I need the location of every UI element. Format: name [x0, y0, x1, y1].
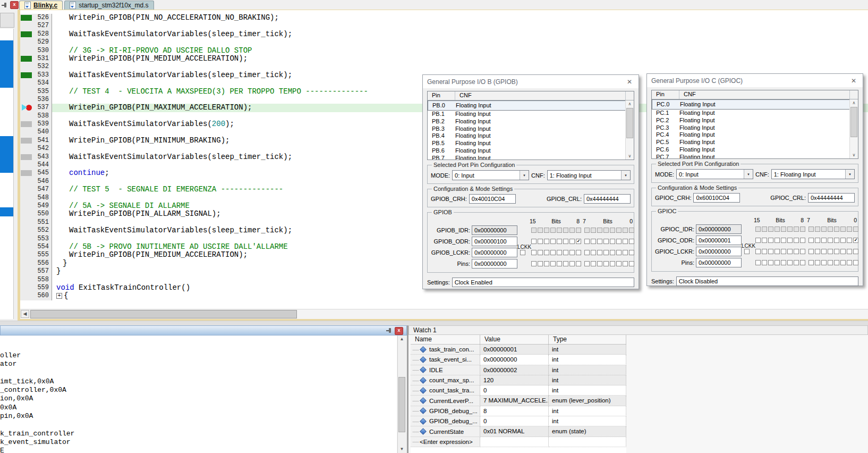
- bit-checkbox[interactable]: [762, 226, 767, 232]
- bit-checkbox[interactable]: [623, 261, 628, 266]
- breakpoint-margin[interactable]: [20, 14, 33, 22]
- bit-checkbox[interactable]: [538, 261, 543, 266]
- gpioc-register-field[interactable]: 0x00000000: [696, 224, 742, 234]
- bit-checkbox[interactable]: [815, 238, 820, 243]
- bit-checkbox[interactable]: [847, 260, 852, 265]
- bit-checkbox[interactable]: [591, 228, 596, 233]
- scrollbar-thumb[interactable]: [850, 107, 857, 137]
- gpiob-register-field[interactable]: 0x00000000: [472, 259, 517, 269]
- pin-row[interactable]: PB.5Floating Input: [428, 140, 626, 147]
- bit-checkbox[interactable]: [775, 249, 780, 254]
- bit-checkbox[interactable]: [616, 228, 622, 233]
- bit-checkbox[interactable]: [603, 239, 609, 244]
- code-text[interactable]: [56, 63, 868, 71]
- gpioc-register-field[interactable]: 0x00000000: [696, 258, 742, 267]
- scrollbar-thumb[interactable]: [626, 108, 633, 138]
- bit-checkbox[interactable]: [544, 228, 549, 233]
- bit-checkbox[interactable]: [616, 239, 622, 244]
- bit-checkbox[interactable]: [576, 261, 581, 266]
- bit-checkbox[interactable]: [762, 249, 767, 254]
- breakpoint-margin[interactable]: [20, 267, 33, 275]
- gpioc-mode-select[interactable]: 0: Input▼: [676, 169, 753, 179]
- watch-name-cell[interactable]: IDLE: [411, 365, 480, 375]
- bit-checkbox[interactable]: [597, 239, 602, 244]
- breakpoint-margin[interactable]: [20, 219, 33, 226]
- breakpoint-margin[interactable]: [20, 38, 33, 46]
- bit-checkbox[interactable]: [809, 260, 814, 265]
- scroll-down-icon[interactable]: ∨: [626, 153, 634, 160]
- code-text[interactable]: +{: [56, 292, 868, 300]
- scrollbar-thumb[interactable]: [398, 377, 405, 432]
- bit-checkbox[interactable]: [840, 260, 846, 265]
- bit-checkbox[interactable]: [584, 250, 590, 255]
- bit-checkbox[interactable]: [809, 249, 814, 254]
- watch-name-cell[interactable]: GPIOB_debug_...: [411, 406, 480, 416]
- auto-hide-pin-icon[interactable]: [2, 2, 7, 8]
- bit-checkbox[interactable]: [853, 249, 858, 254]
- bit-checkbox[interactable]: [794, 260, 799, 265]
- bit-checkbox[interactable]: [544, 250, 549, 255]
- bit-checkbox[interactable]: [847, 226, 852, 232]
- breakpoint-margin[interactable]: [20, 284, 33, 292]
- gpiob-mode-select[interactable]: 0: Input▼: [452, 170, 529, 180]
- bit-checkbox[interactable]: [584, 228, 590, 233]
- breakpoint-margin[interactable]: [20, 194, 33, 202]
- lckk-checkbox[interactable]: [520, 250, 525, 255]
- column-header-value[interactable]: Value: [480, 335, 549, 344]
- bit-checkbox[interactable]: [768, 260, 773, 265]
- bit-checkbox[interactable]: [629, 239, 634, 244]
- bit-checkbox[interactable]: [834, 238, 839, 243]
- bit-checkbox[interactable]: [768, 226, 773, 232]
- gpioc-register-field[interactable]: 0x00000000: [696, 247, 742, 256]
- chevron-down-icon[interactable]: ▼: [744, 170, 753, 179]
- watch-value-cell[interactable]: 8: [480, 406, 549, 416]
- bit-checkbox[interactable]: [781, 226, 786, 232]
- scroll-down-icon[interactable]: ∨: [850, 152, 858, 158]
- bit-checkbox[interactable]: [800, 238, 805, 243]
- bit-checkbox[interactable]: [768, 249, 773, 254]
- breakpoint-margin[interactable]: [20, 243, 33, 251]
- watch-value-cell[interactable]: [480, 437, 549, 447]
- watch-value-cell[interactable]: 0: [480, 385, 549, 396]
- bit-checkbox[interactable]: [569, 261, 575, 266]
- watch-value-cell[interactable]: 0x00000000: [480, 355, 549, 365]
- bit-checkbox[interactable]: [809, 226, 814, 232]
- pin-row[interactable]: PC.7Floating Input: [652, 154, 850, 159]
- bit-checkbox[interactable]: [576, 250, 581, 255]
- bit-checkbox[interactable]: [563, 250, 568, 255]
- bit-checkbox[interactable]: [629, 250, 634, 255]
- bit-checkbox[interactable]: [794, 249, 799, 254]
- bit-checkbox[interactable]: [834, 249, 839, 254]
- bit-checkbox[interactable]: [557, 261, 562, 266]
- bit-checkbox[interactable]: [840, 249, 846, 254]
- code-text[interactable]: // 3G -> RI-RI-PROVO AD USCIRE DALLO STO…: [56, 47, 868, 55]
- breakpoint-margin[interactable]: [20, 169, 33, 177]
- pin-row[interactable]: PB.6Floating Input: [428, 147, 626, 155]
- bit-checkbox[interactable]: [768, 238, 773, 243]
- auto-hide-pin-icon[interactable]: [386, 328, 392, 333]
- breakpoint-margin[interactable]: [20, 79, 33, 87]
- bit-checkbox[interactable]: [809, 238, 814, 243]
- gpiob-crl-field[interactable]: 0x44444444: [584, 194, 631, 204]
- watch-value-cell[interactable]: 0: [480, 416, 549, 426]
- bit-checkbox[interactable]: [569, 239, 575, 244]
- scroll-up-icon[interactable]: ▲: [398, 335, 406, 343]
- gpiob-register-field[interactable]: 0x00000000: [472, 248, 517, 257]
- bit-checkbox[interactable]: [603, 250, 609, 255]
- breakpoint-margin[interactable]: [20, 145, 33, 153]
- pin-row[interactable]: PB.2Floating Input: [428, 118, 626, 125]
- code-text[interactable]: [56, 22, 868, 30]
- breakpoint-margin[interactable]: [20, 210, 33, 218]
- breakpoint-margin[interactable]: [20, 71, 33, 79]
- bit-checkbox[interactable]: [815, 260, 820, 265]
- bit-checkbox[interactable]: ✓: [576, 239, 581, 244]
- bit-checkbox[interactable]: [623, 250, 628, 255]
- breakpoint-margin[interactable]: [20, 259, 33, 267]
- output-vertical-scrollbar[interactable]: ▲ ▼: [397, 335, 406, 453]
- bit-checkbox[interactable]: [828, 249, 833, 254]
- column-header-name[interactable]: Name: [411, 335, 480, 344]
- gpiob-register-field[interactable]: 0x00000000: [472, 225, 517, 235]
- close-icon[interactable]: ✕: [625, 78, 634, 86]
- bit-checkbox[interactable]: [563, 261, 568, 266]
- breakpoint-margin[interactable]: [20, 276, 33, 284]
